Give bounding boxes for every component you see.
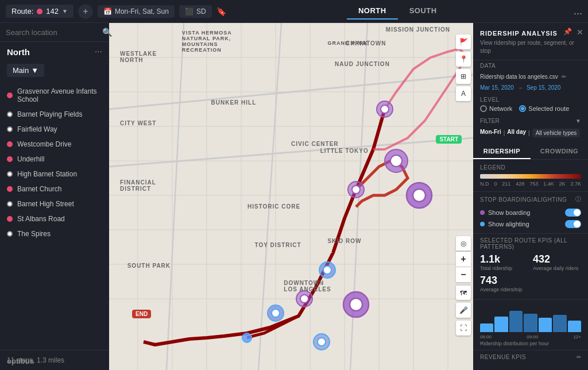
boarding-toggle[interactable] <box>565 209 581 217</box>
list-item[interactable]: High Barnet Station <box>0 167 109 182</box>
chart-section: 06:00 09:00 12+ Ridership distribution p… <box>473 299 588 350</box>
route-name: North <box>7 47 30 57</box>
show-alighting-label: Show alighting <box>488 221 529 228</box>
location-icon[interactable]: ◎ <box>456 236 471 251</box>
stop-label: Grasvenor Avenue Infants School <box>17 87 102 103</box>
info-icon[interactable]: ⓘ <box>575 195 582 203</box>
date-to[interactable]: Sep 15, 2020 <box>527 84 561 91</box>
search-icon[interactable]: 🔍 <box>102 28 112 37</box>
list-item[interactable]: Grasvenor Avenue Infants School <box>0 84 109 107</box>
legend-val-3: 428 <box>516 181 524 187</box>
satellite-toggle[interactable]: 🗺 <box>456 285 471 300</box>
chart-bars <box>480 303 581 332</box>
edit-icon[interactable]: ✏ <box>562 74 566 80</box>
stop-label: High Barnet Station <box>17 170 77 178</box>
total-ridership-box: 1.1k Total ridership <box>480 253 528 271</box>
filter-time[interactable]: All day <box>507 129 526 137</box>
zoom-out-button[interactable]: − <box>456 267 471 282</box>
sd-button[interactable]: ⬛ SD <box>179 5 212 18</box>
boarding-toggle-text: Show boarding <box>480 209 530 216</box>
filter-vehicle[interactable]: All vehicle types <box>532 129 581 137</box>
svg-point-31 <box>413 189 425 202</box>
stop-dot <box>7 171 13 177</box>
map-flag-tool[interactable]: 🚩 <box>456 34 471 49</box>
panel-close-button[interactable]: ✕ <box>577 28 583 37</box>
bookmark-icon[interactable]: 🔖 <box>216 7 226 16</box>
selected-kpi-section: SELECTED ROUTE KPIS (ALL PATTERNS) 1.1k … <box>473 233 588 299</box>
list-item[interactable]: The Spires <box>0 226 109 241</box>
stop-dot <box>7 216 13 222</box>
svg-point-25 <box>381 105 389 113</box>
bar-4 <box>524 314 537 333</box>
level-network[interactable]: Network <box>480 105 512 112</box>
mic-icon[interactable]: 🎤 <box>456 303 471 318</box>
filter-days[interactable]: Mon-Fri <box>480 129 501 137</box>
chart-hour-6: 12+ <box>573 334 581 340</box>
stop-label: Barnet High Street <box>17 200 74 208</box>
panel-pin-button[interactable]: 📌 <box>563 28 572 36</box>
bar-7 <box>568 321 581 332</box>
stop-dot <box>7 126 13 132</box>
toggle-handle2 <box>574 221 581 228</box>
list-item[interactable]: Underhill <box>0 152 109 167</box>
zoom-in-button[interactable]: + <box>456 252 471 267</box>
stop-dot <box>7 201 13 207</box>
tab-ridership[interactable]: RIDERSHIP <box>473 144 531 159</box>
list-item[interactable]: Westcombe Drive <box>0 137 109 152</box>
svg-point-39 <box>318 338 326 346</box>
alighting-toggle-row: Show alighting <box>480 218 581 230</box>
search-input[interactable] <box>6 28 102 37</box>
main-dropdown[interactable]: Main ▼ <box>7 64 44 77</box>
right-panel: ✕ 📌 RIDERSHIP ANALYSIS View ridership pe… <box>473 23 588 370</box>
radio-label: Network <box>489 105 512 112</box>
map-text-tool[interactable]: A <box>456 86 471 101</box>
alighting-toggle[interactable] <box>565 220 581 228</box>
svg-point-42 <box>300 295 308 303</box>
route-selector[interactable]: Route: 142 ▼ <box>6 5 74 18</box>
date-arrow: → <box>517 84 523 91</box>
total-ridership-label: Total ridership <box>480 265 528 271</box>
calendar-selector[interactable]: 📅 Mon-Fri, Sat, Sun <box>98 5 175 18</box>
tab-south[interactable]: SOUTH <box>398 3 448 20</box>
main-dropdown-label: Main <box>13 66 29 75</box>
boarding-section-title: STOP BOARDING/ALIGHTING <box>480 196 567 203</box>
tab-crowding[interactable]: CROWDING <box>531 144 588 159</box>
bar-2 <box>494 317 508 333</box>
stop-dot <box>7 111 13 117</box>
level-selected-route[interactable]: Selected route <box>519 105 569 112</box>
alighting-color-dot <box>480 222 485 226</box>
radio-label: Selected route <box>528 105 569 112</box>
list-item[interactable]: St Albans Road <box>0 211 109 226</box>
svg-point-27 <box>352 186 360 194</box>
svg-point-37 <box>272 309 280 317</box>
list-item[interactable]: Barnet High Street <box>0 196 109 211</box>
route-menu-icon[interactable]: ··· <box>95 47 102 57</box>
list-item[interactable]: Barnet Playing Fields <box>0 107 109 122</box>
stop-dot <box>7 92 13 98</box>
revenue-edit-icon[interactable]: ✏ <box>577 354 582 360</box>
selected-kpi-title: SELECTED ROUTE KPIS (ALL PATTERNS) <box>480 237 581 250</box>
avg-trip-box: 743 Average riders/trip <box>480 275 581 292</box>
left-panel: 🔍 North ··· Main ▼ Grasvenor Avenue Infa… <box>0 23 109 370</box>
kpi-grid: 1.1k Total ridership 432 Average daily r… <box>480 253 581 271</box>
map-area[interactable]: WESTLAKENORTH CITY WEST BUNKER HILL FINA… <box>109 23 473 370</box>
filter-chevron-icon[interactable]: ▼ <box>575 118 581 124</box>
show-boarding-label: Show boarding <box>488 209 530 216</box>
filter-chips: Mon-Fri | All day | All vehicle types <box>473 126 588 141</box>
stop-label: Westcombe Drive <box>17 140 71 148</box>
route-label: Route: <box>11 7 33 16</box>
add-route-button[interactable]: + <box>78 4 93 19</box>
tab-north[interactable]: NORTH <box>347 3 398 20</box>
data-file-row: Ridership data los angeles.csv ✏ <box>473 71 588 82</box>
search-bar: 🔍 <box>0 23 109 42</box>
list-item[interactable]: Barnet Church <box>0 182 109 196</box>
avg-trip-value: 743 <box>480 275 581 287</box>
stop-dot <box>7 156 13 162</box>
calendar-icon: 📅 <box>103 7 112 16</box>
date-from[interactable]: Mar 15, 2020 <box>480 84 514 91</box>
map-location-tool[interactable]: 📍 <box>456 52 471 67</box>
list-item[interactable]: Fairfield Way <box>0 122 109 137</box>
more-options-button[interactable]: ... <box>574 5 582 17</box>
fullscreen-icon[interactable]: ⛶ <box>456 321 471 336</box>
map-layers-tool[interactable]: ⊞ <box>456 69 471 84</box>
